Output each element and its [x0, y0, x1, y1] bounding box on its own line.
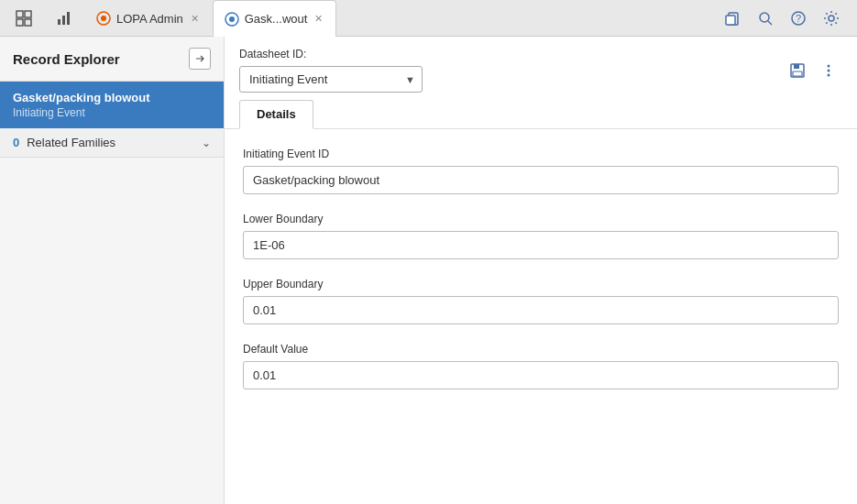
svg-point-8: [101, 16, 106, 21]
svg-rect-3: [25, 19, 31, 26]
save-icon-btn[interactable]: [784, 57, 811, 84]
tab-details-label: Details: [257, 107, 296, 121]
datasheet-id-select[interactable]: Initiating Event: [239, 66, 423, 93]
svg-rect-6: [67, 12, 70, 25]
label-lower-boundary: Lower Boundary: [243, 213, 839, 225]
record-name: Gasket/packing blowout: [13, 91, 211, 104]
input-default-value[interactable]: [243, 361, 839, 389]
grid-tab-icon[interactable]: [4, 0, 44, 37]
svg-rect-1: [25, 11, 31, 17]
sidebar-title: Record Explorer: [13, 51, 120, 67]
main-layout: Record Explorer Gasket/packing blowout I…: [0, 37, 857, 504]
record-item[interactable]: Gasket/packing blowout Initiating Event: [0, 82, 224, 128]
input-lower-boundary[interactable]: [243, 231, 839, 259]
tab-lopa-close[interactable]: ✕: [189, 11, 201, 27]
sidebar-collapse-btn[interactable]: [189, 48, 211, 70]
svg-point-13: [760, 13, 769, 22]
copy-icon-btn[interactable]: [718, 4, 747, 33]
svg-point-22: [828, 69, 830, 71]
sidebar-header: Record Explorer: [0, 37, 224, 82]
datasheet-id-label: Datasheet ID:: [239, 48, 423, 60]
related-families-label: Related Families: [27, 136, 198, 149]
svg-point-10: [229, 16, 235, 22]
more-options-btn[interactable]: [815, 57, 842, 84]
related-families-count: 0: [13, 136, 19, 149]
content-area: Datasheet ID: Initiating Event ▼: [225, 37, 857, 504]
svg-line-14: [768, 21, 772, 25]
top-right-icons: ?: [718, 4, 853, 33]
tab-lopa-admin[interactable]: LOPA Admin ✕: [84, 0, 213, 37]
sidebar: Record Explorer Gasket/packing blowout I…: [0, 37, 225, 504]
tab-lopa-label: LOPA Admin: [116, 12, 183, 26]
svg-point-23: [828, 73, 830, 76]
record-icon: [225, 12, 239, 27]
settings-icon-btn[interactable]: [817, 4, 846, 33]
chevron-down-icon: ⌄: [202, 137, 211, 149]
datasheet-row: Datasheet ID: Initiating Event ▼: [239, 48, 842, 93]
svg-rect-12: [726, 16, 735, 25]
content-actions: [784, 57, 842, 84]
related-families-row[interactable]: 0 Related Families ⌄: [0, 128, 224, 158]
svg-rect-5: [62, 16, 65, 25]
tab-bar: LOPA Admin ✕ Gask...wout ✕: [0, 0, 857, 37]
tab-details[interactable]: Details: [239, 100, 313, 129]
svg-text:?: ?: [796, 13, 801, 24]
svg-point-17: [829, 16, 834, 21]
datasheet-id-section: Datasheet ID: Initiating Event ▼: [239, 48, 423, 93]
record-type: Initiating Event: [13, 106, 211, 119]
form-group-default-value: Default Value: [243, 343, 839, 389]
svg-rect-2: [16, 19, 23, 26]
tab-gasket-close[interactable]: ✕: [313, 11, 324, 27]
form-group-upper-boundary: Upper Boundary: [243, 278, 839, 324]
content-tabs-row: Details: [239, 100, 842, 128]
label-default-value: Default Value: [243, 343, 839, 356]
form-group-initiating-event-id: Initiating Event ID: [243, 148, 839, 194]
datasheet-select-wrapper: Initiating Event ▼: [239, 66, 423, 93]
chart-tab-icon[interactable]: [44, 0, 84, 37]
svg-rect-20: [793, 71, 802, 76]
svg-rect-19: [794, 64, 799, 69]
label-initiating-event-id: Initiating Event ID: [243, 148, 839, 160]
svg-point-21: [828, 64, 830, 67]
tab-gasket-label: Gask...wout: [245, 12, 308, 26]
lopa-icon: [96, 11, 111, 26]
label-upper-boundary: Upper Boundary: [243, 278, 839, 290]
input-initiating-event-id[interactable]: [243, 166, 839, 194]
svg-rect-0: [16, 11, 23, 17]
svg-rect-4: [58, 19, 60, 25]
tab-gasket[interactable]: Gask...wout ✕: [213, 0, 337, 37]
content-header: Datasheet ID: Initiating Event ▼: [225, 37, 857, 129]
form-group-lower-boundary: Lower Boundary: [243, 213, 839, 259]
help-icon-btn[interactable]: ?: [784, 4, 813, 33]
form-area: Initiating Event ID Lower Boundary Upper…: [225, 129, 857, 504]
input-upper-boundary[interactable]: [243, 296, 839, 324]
search-icon-btn[interactable]: [751, 4, 780, 33]
